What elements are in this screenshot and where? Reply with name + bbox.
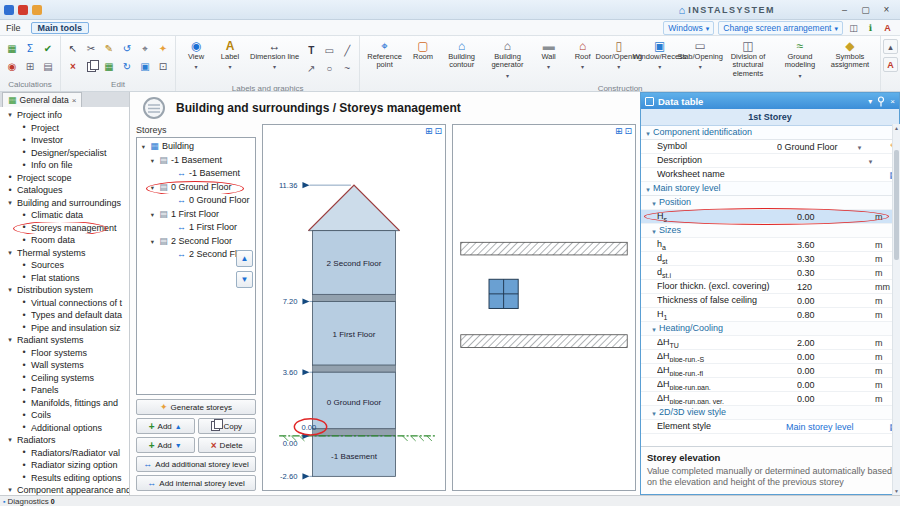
data-table-row[interactable]: ΔHpipe-run,pan. 0.00 m — [641, 378, 899, 392]
properties-icon[interactable]: ▣ — [137, 59, 153, 75]
storey-tree-item[interactable]: 0 Ground Floor — [137, 181, 255, 195]
sidebar-tree-item[interactable]: Types and default data — [0, 309, 129, 322]
sidebar-tree-item[interactable]: Climatic data — [0, 209, 129, 222]
sidebar-tree-item[interactable]: Radiator sizing option — [0, 459, 129, 472]
ribbon-construction-button[interactable]: Roof — [567, 37, 599, 83]
data-table-row[interactable]: 2D/3D view style — [641, 406, 899, 420]
data-table-row[interactable]: Symbol 0 Ground Floor — [641, 140, 899, 154]
sidebar-tree-item[interactable]: Wall systems — [0, 359, 129, 372]
zoom-extents-icon[interactable]: ⊡ — [155, 59, 171, 75]
dimension-line-button[interactable]: ↔ Dimension line — [248, 37, 301, 83]
collapse-chevron-icon[interactable] — [649, 324, 659, 334]
ribbon-construction-button[interactable]: Reference point — [364, 37, 405, 83]
storey-tree-item[interactable]: 1 First Floor — [137, 221, 255, 235]
row-value[interactable]: 2.00 — [797, 338, 875, 348]
sidebar-tree-item[interactable]: Room data — [0, 234, 129, 247]
calculation-options-icon[interactable]: ⊞ — [22, 59, 38, 75]
ribbon-construction-button[interactable]: Division of structural elements — [720, 37, 776, 83]
zoom-window-icon[interactable]: ⊡ — [434, 127, 442, 136]
circle-icon[interactable]: ○ — [321, 61, 337, 77]
data-table-row[interactable]: Main storey level — [641, 182, 899, 196]
maximize-button[interactable] — [856, 3, 875, 17]
add-internal-storey-level-button[interactable]: Add internal storey level — [136, 475, 256, 491]
sidebar-tree-item[interactable]: Storeys management — [0, 222, 129, 235]
add-storey-below-button[interactable]: Add — [136, 437, 195, 453]
close-tab-icon[interactable]: × — [72, 96, 77, 105]
sidebar-tree-item[interactable]: Project — [0, 122, 129, 135]
row-value[interactable]: 0.80 — [797, 310, 875, 320]
undo-icon[interactable]: ↺ — [119, 41, 135, 57]
grid-snap-icon[interactable]: ▦ — [101, 59, 117, 75]
sidebar-tree-item[interactable]: Building and surroundings — [0, 197, 129, 210]
sidebar-tree-item[interactable]: Investor — [0, 134, 129, 147]
add-additional-storey-level-button[interactable]: Add additional storey level — [136, 456, 256, 472]
data-table-row[interactable]: dst,i 0.30 m — [641, 266, 899, 280]
calculations-icon[interactable]: Σ — [22, 41, 38, 57]
minimize-button[interactable] — [835, 3, 854, 17]
close-button[interactable] — [877, 3, 896, 17]
storey-tree-item[interactable]: 2 Second Floor — [137, 235, 255, 249]
delete-storey-button[interactable]: Delete — [198, 437, 257, 453]
data-table-row[interactable]: Element style Main storey level — [641, 420, 899, 434]
generate-storeys-button[interactable]: Generate storeys — [136, 399, 256, 415]
data-table-row[interactable]: dst 0.30 m — [641, 252, 899, 266]
sidebar-tree-item[interactable]: Distribution system — [0, 284, 129, 297]
zoom-extents-icon[interactable]: ⊞ — [425, 127, 433, 136]
elevation-view-canvas[interactable]: ⊞ ⊡ 2 Second Floor 1 Fir — [262, 124, 446, 491]
sidebar-tree-item[interactable]: Panels — [0, 384, 129, 397]
check-data-icon[interactable]: ✔ — [40, 41, 56, 57]
sidebar-tree-item[interactable]: Designer/specialist — [0, 147, 129, 160]
sidebar-tree-item[interactable]: Radiators/Radiator val — [0, 447, 129, 460]
sidebar-tree-item[interactable]: Results editing options — [0, 472, 129, 485]
sidebar-tree-item[interactable]: Virtual connections of t — [0, 297, 129, 310]
select-icon[interactable]: ↖ — [65, 41, 81, 57]
sidebar-tree-item[interactable]: Catalogues — [0, 184, 129, 197]
view-button[interactable]: ◉ View — [180, 37, 212, 83]
scrollbar[interactable]: ▲ ▼ — [892, 124, 900, 495]
ribbon-construction-button[interactable]: Building generator — [484, 37, 530, 83]
storey-tree-item[interactable]: Building — [137, 140, 255, 154]
sidebar-tree-item[interactable]: Radiators — [0, 434, 129, 447]
ribbon-construction-button[interactable]: Building contour — [441, 37, 482, 83]
delete-icon[interactable]: × — [65, 59, 81, 75]
chevron-down-icon[interactable]: ▾ — [868, 97, 872, 106]
row-value[interactable]: 0.00 — [797, 394, 875, 404]
menu-main-tools[interactable]: Main tools — [31, 22, 90, 34]
sidebar-tree-item[interactable]: Manifolds, fittings and — [0, 397, 129, 410]
data-table-row[interactable]: Component identification — [641, 126, 899, 140]
data-table-row[interactable]: Thickness of false ceiling 0.00 m — [641, 294, 899, 308]
collapse-chevron-icon[interactable] — [649, 198, 659, 208]
edit-pencil-icon[interactable]: ✎ — [101, 41, 117, 57]
scroll-down-icon[interactable]: ▼ — [893, 488, 900, 494]
sidebar-tree-item[interactable]: Pipe and insulation siz — [0, 322, 129, 335]
copy-icon[interactable] — [83, 59, 99, 75]
add-storey-above-button[interactable]: Add — [136, 418, 195, 434]
ribbon-construction-button[interactable]: Wall — [533, 37, 565, 83]
collapse-chevron-icon[interactable] — [649, 408, 659, 418]
line-icon[interactable]: ╱ — [339, 43, 355, 59]
data-table-row[interactable]: ΔHpipe-run,pan. ver. 0.00 m — [641, 392, 899, 406]
row-value[interactable]: 3.60 — [797, 240, 875, 250]
data-table-row[interactable]: Worksheet name — [641, 168, 899, 182]
storey-tree-item[interactable]: 1 First Floor — [137, 208, 255, 222]
collapse-chevron-icon[interactable] — [643, 128, 653, 138]
pin-icon[interactable] — [877, 96, 885, 107]
settings-icon[interactable] — [32, 5, 42, 15]
rectangle-icon[interactable]: ▭ — [321, 43, 337, 59]
row-value[interactable]: 0.00 — [797, 296, 875, 306]
row-value[interactable]: 0.00 — [797, 212, 875, 222]
data-table-row[interactable]: Position — [641, 196, 899, 210]
ribbon-construction-button[interactable]: Room — [407, 37, 439, 83]
row-value[interactable]: 0.00 — [797, 366, 875, 376]
save-icon[interactable] — [18, 5, 28, 15]
move-storey-up-button[interactable]: ▲ — [236, 250, 253, 267]
ribbon-construction-button[interactable]: Door/Opening — [601, 37, 637, 83]
scrollbar-thumb[interactable] — [894, 150, 899, 260]
arrow-annotation-icon[interactable]: ↗ — [303, 61, 319, 77]
snap-point-icon[interactable]: ⌖ — [137, 41, 153, 57]
scroll-up-icon[interactable]: ▲ — [893, 125, 900, 131]
row-value[interactable]: 120 — [797, 282, 875, 292]
format-painter-icon[interactable]: ✦ — [155, 41, 171, 57]
sidebar-tree-item[interactable]: Ceiling systems — [0, 372, 129, 385]
screen-arrangement-dropdown[interactable]: Change screen arrangement — [718, 21, 843, 35]
